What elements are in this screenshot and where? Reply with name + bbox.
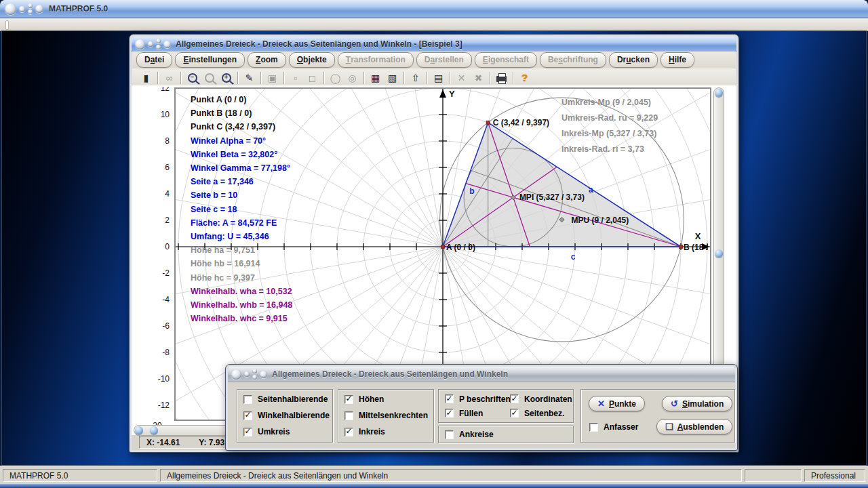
checkbox-fuellen[interactable]: ✓Füllen [439,406,504,420]
close-button-icon[interactable] [231,369,241,380]
restore-button-icon[interactable] [28,9,33,14]
checkbox-label: Winkelhalbierende [258,411,330,420]
checkbox-ankreise[interactable]: Ankreise [439,426,573,443]
checkbox-box-icon[interactable]: ✓ [445,409,454,418]
scroll-up-icon[interactable] [715,89,723,97]
checkbox-box-icon[interactable] [589,423,598,432]
toolbar-separator [490,72,490,84]
menu-objekte[interactable]: Objekte [289,52,335,68]
system-menu-icon[interactable] [35,5,43,13]
result-line: Seite a = 17,346 [191,175,292,188]
menu-hilfe[interactable]: Hilfe [660,52,694,68]
hide-window-icon: ❏ [665,422,673,431]
result-line: Inkreis-Mp (5,327 / 3,73) [561,125,658,141]
simulation-button[interactable]: ↺Simulation [662,396,732,411]
scroll-left-icon[interactable] [135,426,143,434]
cursor-x-value: X: -14.61 [146,438,180,447]
checkbox-inkreis[interactable]: ✓Inkreis [338,424,433,440]
view-glasses-icon: ∞ [161,70,178,85]
menu-datei[interactable]: Datei [136,52,172,68]
window-layout-icon: ▣ [264,70,281,85]
result-line: Seite b = 10 [191,188,292,202]
window-up-icon[interactable]: ⇧ [407,70,424,85]
zoom-in-icon[interactable]: + [218,70,235,85]
help-icon[interactable]: ? [516,70,533,85]
edit-properties-icon[interactable]: ✎ [241,70,258,85]
restore-button-icon[interactable] [252,375,257,380]
checkbox-seitenbez[interactable]: ✓Seitenbez. [504,406,569,420]
toolbar-separator [513,72,513,84]
vertex-a-marker[interactable] [441,245,445,249]
checkbox-label: Koordinaten [524,394,572,404]
checkbox-box-icon[interactable] [344,411,353,420]
close-button-icon[interactable] [135,39,145,49]
group-beschriftung: ✓P beschriften✓Koordinaten✓Füllen✓Seiten… [438,389,574,423]
minimize-button-icon[interactable] [19,6,25,12]
side-label-b: b [469,186,474,196]
checkbox-box-icon[interactable] [445,430,454,439]
checkbox-koordinaten[interactable]: ✓Koordinaten [504,392,569,406]
toolbar-separator [403,72,404,84]
checkbox-p-beschriften[interactable]: ✓P beschriften [439,392,504,406]
checkbox-seitenhalbierende[interactable]: Seitenhalbierende [237,391,332,407]
delete-object-icon: ✕ [453,70,470,85]
circle-double-icon: ◎ [344,70,361,85]
checkbox-umkreis[interactable]: ✓Umkreis [237,424,332,440]
punkte-button-label: Punkte [609,399,636,409]
sidebar-panel-icon[interactable]: ▮ [138,70,155,85]
checkbox-label: Mittelsenkrechten [359,411,428,420]
checkmark-icon: ✓ [244,411,251,419]
window-buttons-column [252,369,257,380]
menu-drucken[interactable]: Drucken [609,52,658,68]
restore-button-icon[interactable] [156,45,161,49]
y-tick-label: 4 [165,189,170,199]
window-controls [5,3,43,15]
point-single-icon: ▫ [287,70,304,85]
checkbox-winkelhalbierende[interactable]: ✓Winkelhalbierende [237,407,332,424]
checkbox-mittelsenkrechten[interactable]: Mittelsenkrechten [338,407,433,424]
vertex-b-marker[interactable] [679,245,683,249]
checkbox-box-icon[interactable]: ✓ [243,428,252,436]
y-axis-label: Y [449,89,455,99]
menu-transformation: Transformation [338,52,414,68]
toolbar-separator [450,72,450,84]
checkmark-icon: ✓ [446,409,452,417]
horizontal-scroll-thumb[interactable] [150,426,158,434]
checkbox-box-icon[interactable]: ✓ [445,394,454,403]
checkbox-box-icon[interactable]: ✓ [344,395,353,404]
maximize-button-icon[interactable] [28,3,33,8]
document-window-titlebar[interactable]: Allgemeines Dreieck - Dreieck aus Seiten… [132,37,736,52]
checkbox-hoehen[interactable]: ✓Höhen [338,391,433,407]
maximize-button-icon[interactable] [252,369,257,373]
maximize-button-icon[interactable] [156,39,161,43]
punkte-button[interactable]: ✕Punkte [589,396,645,411]
checkbox-box-icon[interactable]: ✓ [243,411,252,420]
minimize-button-icon[interactable] [244,371,250,377]
zoom-out-icon[interactable]: − [184,70,201,85]
options-dialog-titlebar[interactable]: Allgemeines Dreieck - Dreieck aus Seiten… [228,367,735,382]
circumcenter-label: MPU (9 / 2,045) [572,216,629,225]
zoom-normal-icon [201,70,218,85]
toolbar-grip[interactable] [5,20,9,30]
checkbox-box-icon[interactable]: ✓ [510,394,519,403]
system-menu-icon[interactable] [163,41,171,48]
value-table-icon[interactable]: ▦ [367,70,384,85]
print-icon[interactable] [493,70,510,85]
table-export-icon[interactable]: ▧ [384,70,401,85]
ausblenden-button[interactable]: ❏Ausblenden [656,419,732,434]
vertical-scroll-thumb[interactable] [715,249,723,258]
menu-einstellungen[interactable]: Einstellungen [175,52,245,68]
minimize-button-icon[interactable] [148,41,153,47]
checkbox-box-icon[interactable] [243,395,252,404]
system-menu-icon[interactable] [260,371,267,378]
checkbox-anfasser[interactable]: Anfasser [583,419,638,435]
menu-zoom[interactable]: Zoom [248,52,286,68]
y-tick-label: 8 [165,136,170,146]
checkbox-box-icon[interactable]: ✓ [510,409,519,418]
checkbox-box-icon[interactable]: ✓ [344,428,353,436]
app-statusbar: MATHPROF 5.0 Allgemeines Dreieck - Dreie… [0,466,868,485]
result-line: Umkreis-Rad. ru = 9,229 [561,110,658,125]
close-button-icon[interactable] [5,3,16,15]
vertex-c-marker[interactable] [486,121,490,124]
copy-pages-icon[interactable]: ▤ [430,70,447,85]
